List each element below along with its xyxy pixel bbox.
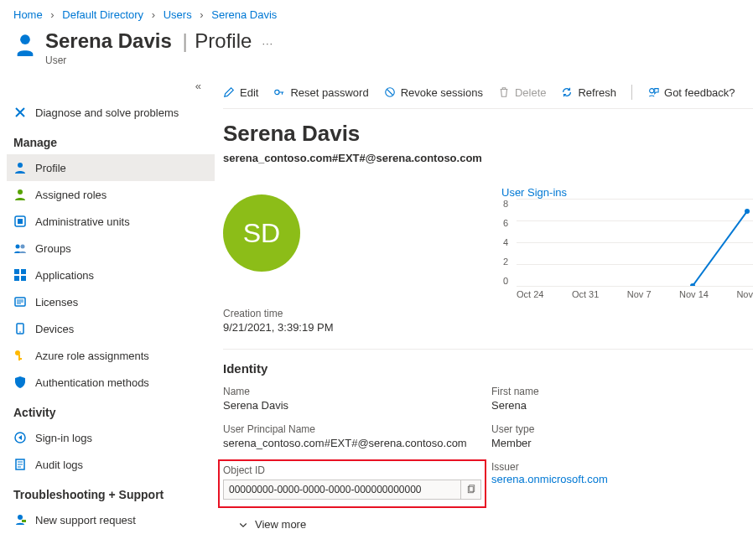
- sidebar-heading-support: Troubleshooting + Support: [7, 478, 215, 506]
- svg-rect-8: [21, 269, 26, 274]
- refresh-button[interactable]: Refresh: [561, 86, 616, 99]
- object-id-label: Object ID: [223, 464, 481, 476]
- key-icon: [13, 349, 27, 362]
- svg-rect-16: [18, 358, 22, 360]
- creation-time-value: 9/21/2021, 3:39:19 PM: [223, 321, 753, 334]
- chevron-down-icon: [238, 520, 248, 530]
- first-name-label: First name: [491, 386, 709, 397]
- user-icon: [13, 33, 37, 56]
- svg-point-25: [745, 209, 750, 214]
- page-subtitle: User: [45, 54, 273, 66]
- svg-rect-4: [18, 219, 23, 224]
- svg-point-5: [16, 245, 20, 249]
- sidebar-item-applications[interactable]: Applications: [7, 262, 215, 288]
- svg-point-0: [20, 34, 30, 44]
- profile-upn: serena_contoso.com#EXT#@serena.contoso.c…: [223, 152, 753, 164]
- name-label: Name: [223, 386, 491, 397]
- svg-point-1: [18, 163, 23, 168]
- issuer-label: Issuer: [491, 461, 709, 473]
- sidebar-item-devices[interactable]: Devices: [7, 315, 215, 342]
- pencil-icon: [223, 86, 235, 98]
- svg-point-21: [275, 90, 279, 94]
- svg-rect-10: [21, 276, 26, 281]
- groups-icon: [13, 241, 27, 255]
- toolbar: Edit Reset password Revoke sessions Dele…: [223, 80, 753, 109]
- view-more-button[interactable]: View more: [223, 518, 753, 531]
- svg-rect-7: [14, 269, 19, 274]
- sidebar-item-diagnose[interactable]: Diagnose and solve problems: [7, 99, 215, 126]
- user-type-label: User type: [491, 423, 709, 435]
- sidebar-item-assigned-roles[interactable]: Assigned roles: [7, 181, 215, 208]
- sidebar: « Diagnose and solve problems Manage Pro…: [0, 80, 215, 550]
- user-type-value: Member: [491, 437, 709, 449]
- support-icon: [13, 513, 27, 526]
- trash-icon: [498, 86, 510, 98]
- svg-point-23: [650, 89, 654, 93]
- issuer-link[interactable]: serena.onmicrosoft.com: [491, 473, 608, 485]
- signin-icon: [13, 431, 27, 444]
- feedback-button[interactable]: Got feedback?: [647, 86, 735, 99]
- more-actions-button[interactable]: ···: [262, 37, 273, 49]
- svg-point-2: [18, 189, 23, 194]
- page-header: Serena Davis | Profile ··· User: [0, 28, 753, 80]
- edit-button[interactable]: Edit: [223, 86, 258, 99]
- roles-icon: [13, 188, 27, 201]
- avatar: SD: [223, 194, 300, 272]
- copy-object-id-button[interactable]: [460, 480, 480, 499]
- sidebar-item-support[interactable]: New support request: [7, 506, 215, 533]
- svg-point-13: [19, 331, 21, 333]
- sidebar-item-profile[interactable]: Profile: [7, 154, 215, 181]
- page-title: Serena Davis | Profile: [45, 29, 252, 53]
- profile-icon: [13, 161, 27, 174]
- breadcrumb-users[interactable]: Users: [164, 8, 192, 21]
- sidebar-item-audit-logs[interactable]: Audit logs: [7, 451, 215, 478]
- content-pane: Edit Reset password Revoke sessions Dele…: [215, 80, 753, 550]
- svg-point-19: [18, 515, 23, 520]
- sidebar-heading-manage: Manage: [7, 126, 215, 154]
- breadcrumb-directory[interactable]: Default Directory: [62, 8, 143, 21]
- breadcrumb: Home › Default Directory › Users › Seren…: [0, 0, 753, 28]
- sidebar-item-licenses[interactable]: Licenses: [7, 288, 215, 315]
- applications-icon: [13, 268, 27, 282]
- divider: [223, 349, 753, 350]
- diagnose-icon: [13, 106, 27, 119]
- audit-icon: [13, 458, 27, 471]
- delete-button: Delete: [498, 86, 547, 99]
- feedback-icon: [647, 86, 659, 98]
- revoke-sessions-button[interactable]: Revoke sessions: [384, 86, 483, 99]
- object-id-input[interactable]: [224, 484, 460, 495]
- sidebar-item-admin-units[interactable]: Administrative units: [7, 208, 215, 235]
- shield-icon: [13, 376, 27, 389]
- signins-chart: User Sign-ins 8 6 4 2 0: [501, 186, 753, 299]
- first-name-value: Serena: [491, 399, 709, 412]
- toolbar-separator: [631, 85, 632, 100]
- object-id-highlight: Object ID: [218, 459, 486, 508]
- svg-point-6: [21, 245, 25, 249]
- svg-rect-9: [14, 276, 19, 281]
- reset-password-button[interactable]: Reset password: [273, 86, 368, 99]
- devices-icon: [13, 322, 27, 335]
- admin-units-icon: [13, 215, 27, 228]
- licenses-icon: [13, 295, 27, 309]
- upn-value: serena_contoso.com#EXT#@serena.contoso.c…: [223, 437, 491, 449]
- profile-display-name: Serena Davis: [223, 121, 753, 147]
- creation-time-label: Creation time: [223, 308, 753, 319]
- revoke-icon: [384, 86, 396, 98]
- identity-heading: Identity: [223, 361, 753, 376]
- svg-rect-20: [22, 520, 26, 522]
- copy-icon: [466, 485, 476, 495]
- refresh-icon: [561, 86, 573, 98]
- upn-label: User Principal Name: [223, 423, 491, 435]
- name-value: Serena Davis: [223, 399, 491, 412]
- key-icon: [273, 86, 285, 98]
- sidebar-item-groups[interactable]: Groups: [7, 235, 215, 262]
- breadcrumb-current[interactable]: Serena Davis: [211, 8, 277, 21]
- sidebar-item-signin-logs[interactable]: Sign-in logs: [7, 424, 215, 451]
- collapse-sidebar-button[interactable]: «: [7, 80, 215, 92]
- chart-title-link[interactable]: User Sign-ins: [501, 186, 567, 199]
- sidebar-item-azure-roles[interactable]: Azure role assignments: [7, 342, 215, 369]
- breadcrumb-home[interactable]: Home: [13, 8, 43, 21]
- sidebar-heading-activity: Activity: [7, 396, 215, 424]
- sidebar-item-auth-methods[interactable]: Authentication methods: [7, 369, 215, 396]
